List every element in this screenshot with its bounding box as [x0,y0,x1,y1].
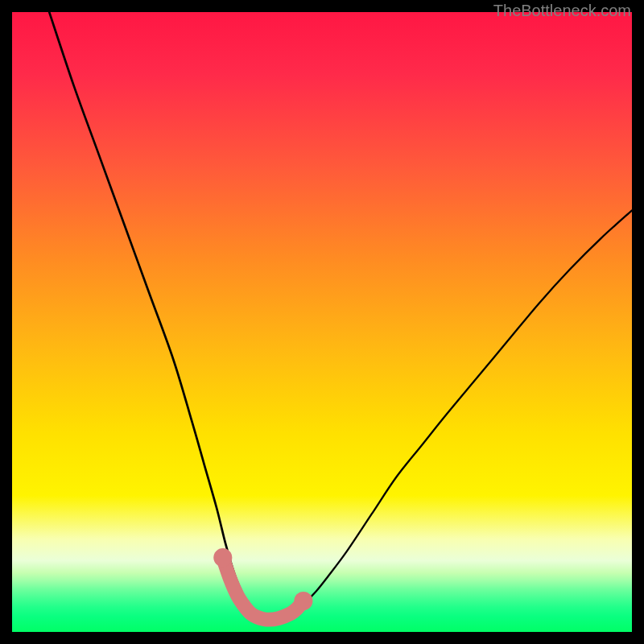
plot-area [12,12,632,632]
right-curve [266,210,632,619]
svg-point-1 [213,548,232,567]
svg-point-2 [294,592,312,610]
valley-highlight [223,558,303,620]
curves-layer [12,12,632,632]
left-curve [49,12,266,620]
chart-frame: TheBottleneck.com [0,0,644,644]
attribution-watermark: TheBottleneck.com [493,2,631,20]
